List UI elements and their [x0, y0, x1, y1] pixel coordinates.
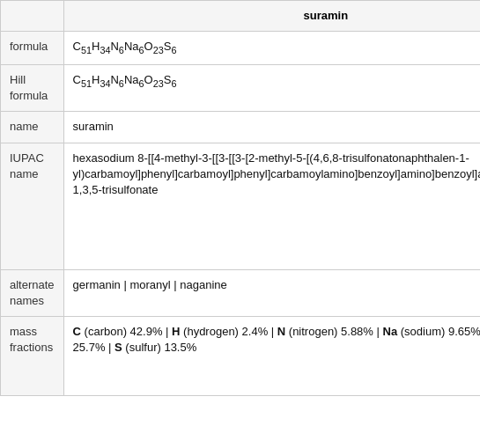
row-cell1-0: C51H34N6Na6O23S6 [63, 32, 480, 65]
row-cell1-4: germanin | moranyl | naganine [63, 269, 480, 316]
row-label-1: Hill formula [1, 64, 64, 111]
row-label-3: IUPAC name [1, 143, 64, 269]
col1-header: suramin [63, 1, 480, 32]
row-label-2: name [1, 112, 64, 143]
row-cell1-2: suramin [63, 112, 480, 143]
row-label-5: mass fractions [1, 317, 64, 396]
empty-header [1, 1, 64, 32]
row-label-0: formula [1, 32, 64, 65]
row-label-4: alternate names [1, 269, 64, 316]
row-cell1-3: hexasodium 8-[[4-methyl-3-[[3-[[3-[2-met… [63, 143, 480, 269]
row-cell1-5: C (carbon) 42.9% | H (hydrogen) 2.4% | N… [63, 317, 480, 396]
row-cell1-1: C51H34N6Na6O23S6 [63, 64, 480, 111]
